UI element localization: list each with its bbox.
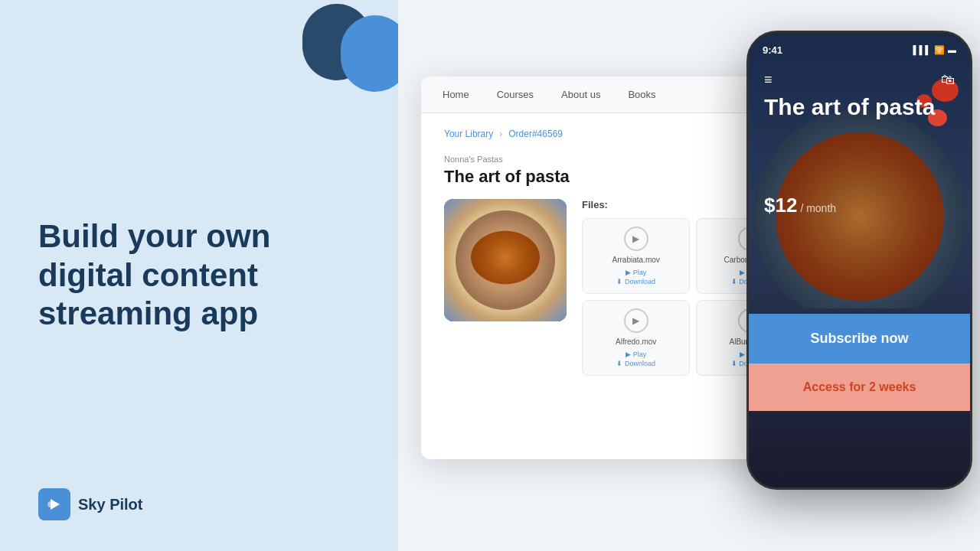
wifi-icon: 🛜 [934, 45, 945, 55]
play-action[interactable]: ▶ Play [590, 350, 681, 358]
brand-name-text: Sky Pilot [78, 496, 142, 514]
signal-icon: ▌▌▌ [913, 45, 931, 54]
phone-cta-area: Subscribe now Access for 2 weeks [749, 314, 970, 411]
price-amount: $12 [764, 194, 797, 217]
download-action[interactable]: ⬇ Download [590, 360, 681, 367]
download-action[interactable]: ⬇ Download [590, 278, 681, 285]
left-panel: Build your own digital content streaming… [0, 0, 398, 551]
nav-about[interactable]: About us [555, 86, 606, 103]
file-item: ▶ Arrabiata.mov ▶ Play ⬇ Download [582, 218, 690, 294]
file-item: ▶ Alfredo.mov ▶ Play ⬇ Download [582, 300, 690, 376]
nav-home[interactable]: Home [436, 86, 475, 103]
product-image [444, 199, 567, 321]
nav-courses[interactable]: Courses [491, 86, 540, 103]
breadcrumb-order[interactable]: Order#46569 [508, 129, 563, 139]
subscribe-button[interactable]: Subscribe now [749, 314, 970, 364]
play-circle-icon[interactable]: ▶ [624, 227, 648, 251]
file-name: Alfredo.mov [590, 337, 681, 346]
phone-header: ≡ 🛍 [749, 60, 970, 99]
phone-status-icons: ▌▌▌ 🛜 ▬ [913, 45, 956, 55]
nav-books[interactable]: Books [622, 86, 662, 103]
phone-hero-price: $12 / month [764, 194, 836, 217]
hero-text: Build your own digital content streaming… [38, 217, 360, 333]
play-circle-icon[interactable]: ▶ [624, 308, 648, 333]
phone-time: 9:41 [763, 44, 782, 56]
brand-icon [38, 488, 70, 520]
phone-content: 9:41 ▌▌▌ 🛜 ▬ ≡ 🛍 The art of pasta $12 / … [749, 33, 970, 487]
battery-icon: ▬ [948, 45, 956, 54]
play-action[interactable]: ▶ Play [590, 269, 681, 276]
phone-status-bar: 9:41 ▌▌▌ 🛜 ▬ [749, 33, 970, 60]
right-panel: Home Courses About us Books Your Library… [398, 0, 980, 551]
file-name: Arrabiata.mov [590, 256, 681, 264]
price-period: / month [800, 202, 836, 214]
hamburger-menu-icon[interactable]: ≡ [764, 73, 773, 86]
brand-logo: Sky Pilot [38, 488, 142, 520]
circles-decoration [299, 0, 398, 107]
breadcrumb-separator: › [499, 129, 502, 139]
breadcrumb-library[interactable]: Your Library [444, 129, 493, 139]
pasta-plate-visual [444, 199, 567, 321]
svg-point-1 [47, 501, 54, 507]
phone-mockup: 9:41 ▌▌▌ 🛜 ▬ ≡ 🛍 The art of pasta $12 / … [746, 31, 972, 490]
access-weeks-button[interactable]: Access for 2 weeks [749, 364, 970, 411]
cart-icon[interactable]: 🛍 [941, 72, 955, 88]
